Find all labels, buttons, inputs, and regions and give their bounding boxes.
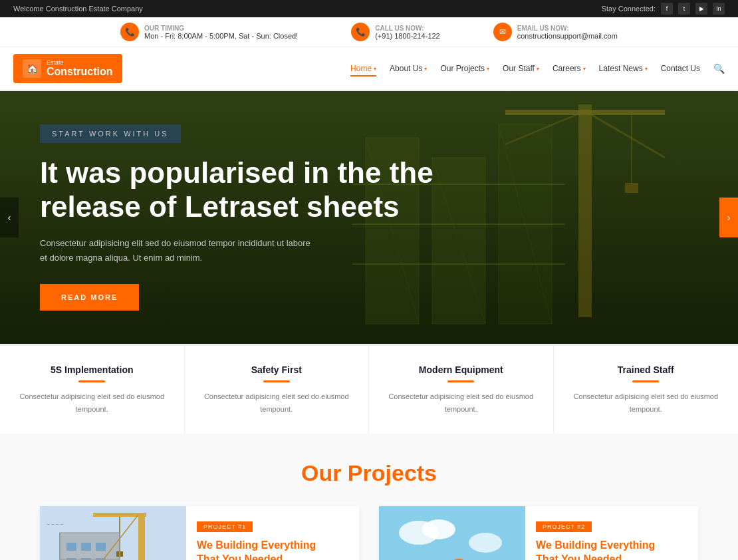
projects-grid: ~ ~ ~ ~ PROJECT #1 We Building Everythin… bbox=[40, 506, 698, 560]
callus-item: 📞 Call Us Now: (+91) 1800-214-122 bbox=[351, 23, 440, 41]
callus-label: Call Us Now: bbox=[375, 25, 440, 32]
nav-about[interactable]: About Us ▾ bbox=[390, 61, 427, 76]
twitter-icon[interactable]: t bbox=[678, 3, 690, 15]
logo-text: Estate Construction bbox=[47, 59, 113, 78]
nav-arrow-home: ▾ bbox=[374, 66, 376, 72]
nav-arrow-staff: ▾ bbox=[537, 66, 539, 72]
top-bar: Welcome Construction Estate Company Stay… bbox=[0, 0, 738, 17]
stay-connected-label: Stay Connected: bbox=[602, 5, 656, 13]
feature-5s-desc: Consectetur adipisicing eleit sed do eiu… bbox=[16, 390, 168, 415]
feature-staff: Trained Staff Consectetur adipisicing el… bbox=[554, 346, 739, 434]
nav-news[interactable]: Latest News ▾ bbox=[599, 61, 648, 76]
svg-line-7 bbox=[585, 111, 665, 158]
nav-arrow-about: ▾ bbox=[424, 66, 427, 72]
project-heading-1: We Building Everything That You Needed. bbox=[197, 539, 348, 560]
feature-5s: 5S Implementation Consectetur adipisicin… bbox=[0, 346, 185, 434]
nav-arrow-careers: ▾ bbox=[583, 66, 586, 72]
email-value: constructionsupport@mail.com bbox=[517, 32, 618, 40]
project-tag-1: PROJECT #1 bbox=[197, 521, 253, 532]
projects-title: Our Projects bbox=[40, 460, 698, 486]
logo-icon: 🏠 bbox=[23, 59, 41, 78]
feature-equipment-underline bbox=[447, 380, 474, 382]
phone-icon-2: 📞 bbox=[351, 23, 370, 41]
feature-equipment-desc: Consectetur adipisicing eleit sed do eiu… bbox=[385, 390, 537, 415]
svg-rect-6 bbox=[578, 104, 592, 317]
svg-text:~ ~ ~ ~: ~ ~ ~ ~ bbox=[47, 521, 64, 527]
svg-rect-20 bbox=[96, 543, 106, 551]
feature-staff-title: Trained Staff bbox=[570, 364, 723, 375]
feature-safety-underline bbox=[263, 380, 290, 382]
feature-5s-title: 5S Implementation bbox=[16, 364, 168, 375]
svg-rect-18 bbox=[66, 543, 76, 551]
search-icon[interactable]: 🔍 bbox=[713, 63, 725, 74]
project-card-1: ~ ~ ~ ~ PROJECT #1 We Building Everythin… bbox=[40, 506, 359, 560]
hero-next-arrow[interactable]: › bbox=[719, 198, 738, 237]
project-heading-2: We Building Everything That You Needed. bbox=[536, 539, 687, 560]
projects-section: Our Projects bbox=[0, 434, 738, 560]
welcome-text: Welcome Construction Estate Company bbox=[13, 5, 143, 13]
project-img-2 bbox=[379, 506, 525, 560]
project-card-2: PROJECT #2 We Building Everything That Y… bbox=[379, 506, 698, 560]
timing-label: Our Timing bbox=[144, 25, 298, 32]
feature-staff-underline bbox=[632, 380, 659, 382]
project-tag-2: PROJECT #2 bbox=[536, 521, 592, 532]
feature-equipment-title: Modern Equipment bbox=[385, 364, 537, 375]
project-content-1: PROJECT #1 We Building Everything That Y… bbox=[186, 506, 359, 560]
nav-links: Home ▾ About Us ▾ Our Projects ▾ Our Sta… bbox=[350, 61, 725, 76]
feature-equipment: Modern Equipment Consectetur adipisicing… bbox=[369, 346, 554, 434]
hero-badge: START WORK WITH US bbox=[40, 124, 181, 143]
contact-bar: 📞 Our Timing Mon - Fri: 8:00AM - 5:00PM,… bbox=[0, 17, 738, 47]
logo-main: Construction bbox=[47, 66, 113, 78]
svg-rect-30 bbox=[138, 513, 145, 560]
linkedin-icon[interactable]: in bbox=[713, 3, 725, 15]
social-links: Stay Connected: f t ▶ in bbox=[602, 3, 725, 15]
callus-value: (+91) 1800-214-122 bbox=[375, 32, 440, 40]
logo[interactable]: 🏠 Estate Construction bbox=[13, 54, 122, 83]
nav-arrow-news: ▾ bbox=[645, 66, 648, 72]
timing-item: 📞 Our Timing Mon - Fri: 8:00AM - 5:00PM,… bbox=[120, 23, 298, 41]
email-item: ✉ Email Us Now: constructionsupport@mail… bbox=[493, 23, 618, 41]
nav-careers[interactable]: Careers ▾ bbox=[553, 61, 586, 76]
hero-content: START WORK WITH US It was popularised in… bbox=[40, 124, 479, 310]
nav-arrow-projects: ▾ bbox=[487, 66, 489, 72]
hero-section: ‹ › START WORK WITH US It was popularise… bbox=[0, 91, 738, 344]
email-icon: ✉ bbox=[493, 23, 512, 41]
hero-title: It was popularised in the the release of… bbox=[40, 156, 479, 223]
project-content-2: PROJECT #2 We Building Everything That Y… bbox=[525, 506, 698, 560]
svg-rect-19 bbox=[81, 543, 91, 551]
youtube-icon[interactable]: ▶ bbox=[695, 3, 707, 15]
nav-staff[interactable]: Our Staff ▾ bbox=[503, 61, 539, 76]
hero-cta-button[interactable]: READ MORE bbox=[40, 284, 139, 311]
features-bar: 5S Implementation Consectetur adipisicin… bbox=[0, 344, 738, 434]
timing-value: Mon - Fri: 8:00AM - 5:00PM, Sat - Sun: C… bbox=[144, 32, 298, 40]
hero-prev-arrow[interactable]: ‹ bbox=[0, 198, 19, 237]
logo-small: Estate bbox=[47, 59, 113, 66]
project-img-1: ~ ~ ~ ~ bbox=[40, 506, 186, 560]
facebook-icon[interactable]: f bbox=[661, 3, 673, 15]
phone-icon-1: 📞 bbox=[120, 23, 139, 41]
email-label: Email Us Now: bbox=[517, 25, 618, 32]
feature-safety-title: Safety First bbox=[201, 364, 353, 375]
svg-point-43 bbox=[469, 533, 502, 553]
svg-rect-9 bbox=[505, 110, 665, 115]
nav-home[interactable]: Home ▾ bbox=[350, 61, 376, 76]
hero-description: Consectetur adipisicing elit sed do eius… bbox=[40, 236, 319, 265]
nav-projects[interactable]: Our Projects ▾ bbox=[440, 61, 489, 76]
feature-staff-desc: Consectetur adipisicing eleit sed do eiu… bbox=[570, 390, 723, 415]
svg-rect-11 bbox=[625, 183, 638, 193]
feature-safety: Safety First Consectetur adipisicing ele… bbox=[185, 346, 370, 434]
feature-safety-desc: Consectetur adipisicing eleit sed do eiu… bbox=[201, 390, 353, 415]
feature-5s-underline bbox=[78, 380, 105, 382]
svg-point-42 bbox=[422, 519, 455, 539]
project-img-1-svg: ~ ~ ~ ~ bbox=[40, 506, 186, 560]
navbar: 🏠 Estate Construction Home ▾ About Us ▾ … bbox=[0, 47, 738, 91]
project-img-2-svg bbox=[379, 506, 525, 560]
nav-contact[interactable]: Contact Us bbox=[661, 61, 700, 76]
